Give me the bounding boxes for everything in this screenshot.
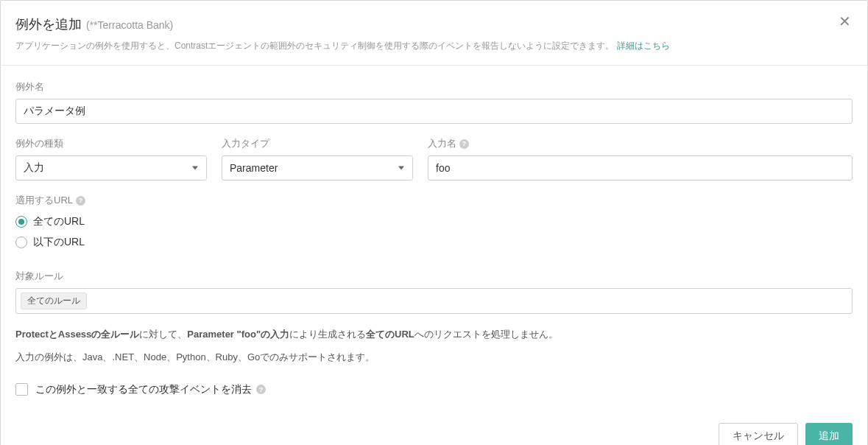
input-name-label: 入力名 ? <box>428 137 853 150</box>
apply-url-label: 適用するURL ? <box>15 194 853 207</box>
add-exception-modal: ✕ 例外を追加 (**Terracotta Bank) アプリケーションの例外を… <box>0 0 868 445</box>
input-type-label: 入力タイプ <box>222 137 413 150</box>
exception-type-value: 入力 <box>24 161 44 175</box>
modal-header: 例外を追加 (**Terracotta Bank) アプリケーションの例外を使用… <box>1 1 867 65</box>
close-button[interactable]: ✕ <box>839 14 851 29</box>
modal-body: 例外名 例外の種類 入力 入力タイプ Parameter <box>1 66 867 411</box>
target-rules-label: 対象ルール <box>15 270 853 283</box>
exception-type-label: 例外の種類 <box>15 137 207 150</box>
description-text: アプリケーションの例外を使用すると、Contrastエージェントの範囲外のセキュ… <box>15 41 614 51</box>
delete-events-checkbox[interactable] <box>15 383 28 396</box>
modal-description: アプリケーションの例外を使用すると、Contrastエージェントの範囲外のセキュ… <box>15 39 853 53</box>
summary-text: ProtectとAssessの全ルールに対して、Parameter "foo"の… <box>15 327 853 343</box>
target-rules-input[interactable]: 全てのルール <box>15 288 853 314</box>
details-link[interactable]: 詳細はこちら <box>617 41 670 51</box>
input-type-select[interactable]: Parameter <box>222 155 413 181</box>
radio-icon <box>15 216 27 228</box>
help-icon[interactable]: ? <box>76 196 85 206</box>
delete-events-label: この例外と一致する全ての攻撃イベントを消去 ? <box>35 383 266 396</box>
support-text: 入力の例外は、Java、.NET、Node、Python、Ruby、Goでのみサ… <box>15 350 853 365</box>
exception-name-label: 例外名 <box>15 80 853 94</box>
modal-footer: キャンセル 追加 <box>1 411 867 445</box>
input-type-value: Parameter <box>230 162 278 174</box>
modal-title: 例外を追加 <box>15 15 82 33</box>
add-button[interactable]: 追加 <box>805 423 853 445</box>
rule-tag[interactable]: 全てのルール <box>21 292 87 309</box>
radio-following-urls[interactable]: 以下のURL <box>15 236 853 249</box>
help-icon[interactable]: ? <box>459 139 469 149</box>
exception-type-select[interactable]: 入力 <box>15 155 207 181</box>
app-name: (**Terracotta Bank) <box>86 19 173 31</box>
input-name-field[interactable] <box>428 155 853 181</box>
close-icon: ✕ <box>839 13 851 29</box>
exception-name-input[interactable] <box>15 99 853 124</box>
help-icon[interactable]: ? <box>256 385 266 394</box>
cancel-button[interactable]: キャンセル <box>719 423 798 445</box>
radio-following-urls-label: 以下のURL <box>33 236 85 249</box>
radio-icon <box>15 236 27 248</box>
radio-all-urls[interactable]: 全てのURL <box>15 215 853 228</box>
radio-all-urls-label: 全てのURL <box>33 215 85 228</box>
